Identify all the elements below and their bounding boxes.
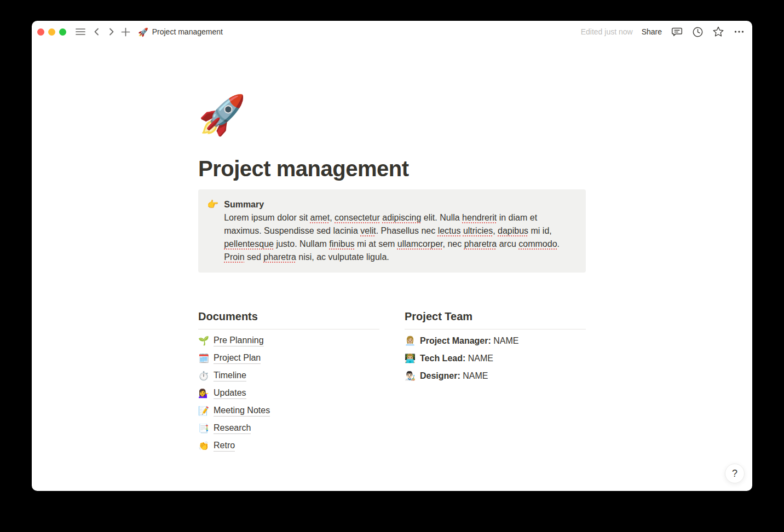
history-button[interactable] xyxy=(691,26,704,38)
breadcrumb[interactable]: 🚀 Project management xyxy=(138,27,223,36)
documents-list: 🌱 Pre Planning 🗓️ Project Plan ⏱️ Timeli… xyxy=(198,332,379,455)
calendar-icon: 🗓️ xyxy=(198,354,209,363)
doc-link-label: Retro xyxy=(214,441,235,452)
team-member-name: NAME xyxy=(468,354,493,363)
team-member-tech-lead: 👨🏼‍💻 Tech Lead: NAME xyxy=(405,350,586,367)
doc-link-timeline[interactable]: ⏱️ Timeline xyxy=(198,367,379,385)
star-icon xyxy=(712,26,724,38)
team-list: 👩🏼‍💼 Project Manager: NAME 👨🏼‍💻 Tech Lea… xyxy=(405,332,586,385)
bookmark-tabs-icon: 📑 xyxy=(198,424,209,433)
team-role-label: Designer: xyxy=(420,371,460,380)
zoom-button[interactable] xyxy=(59,28,66,36)
doc-link-research[interactable]: 📑 Research xyxy=(198,420,379,437)
edited-status: Edited just now xyxy=(581,27,633,36)
chevron-left-icon xyxy=(93,27,101,36)
pointing-hand-icon: 👉 xyxy=(207,198,218,211)
page-title: Project management xyxy=(198,155,586,182)
favorite-button[interactable] xyxy=(712,26,724,38)
team-divider xyxy=(405,329,586,329)
minimize-button[interactable] xyxy=(48,28,55,36)
doc-link-pre-planning[interactable]: 🌱 Pre Planning xyxy=(198,332,379,350)
traffic-lights xyxy=(37,28,66,36)
comment-icon xyxy=(671,26,683,38)
doc-link-label: Updates xyxy=(214,388,246,399)
share-button[interactable]: Share xyxy=(642,27,662,36)
callout-text: Lorem ipsum dolor sit amet, consectetur … xyxy=(224,211,569,264)
doc-link-project-plan[interactable]: 🗓️ Project Plan xyxy=(198,350,379,367)
clock-icon xyxy=(692,26,704,38)
man-artist-icon: 👨🏻‍🎨 xyxy=(405,372,416,380)
team-role-label: Tech Lead: xyxy=(420,354,465,363)
forward-button[interactable] xyxy=(105,26,117,38)
hamburger-icon xyxy=(76,28,85,36)
nav-buttons xyxy=(91,26,131,38)
team-column: Project Team 👩🏼‍💼 Project Manager: NAME … xyxy=(405,309,586,455)
chevron-right-icon xyxy=(107,27,116,36)
team-heading: Project Team xyxy=(405,309,586,324)
doc-link-label: Project Plan xyxy=(214,353,261,364)
titlebar: 🚀 Project management Edited just now Sha… xyxy=(32,21,752,43)
doc-link-label: Timeline xyxy=(214,371,246,381)
doc-link-retro[interactable]: 👏 Retro xyxy=(198,437,379,455)
doc-link-label: Meeting Notes xyxy=(214,406,270,417)
team-member-name: NAME xyxy=(463,371,488,380)
page: 🚀 Project management 👉 Summary Lorem ips… xyxy=(198,43,586,455)
doc-rocket-icon: 🚀 xyxy=(138,28,148,36)
clapping-hands-icon: 👏 xyxy=(198,442,209,450)
callout-title: Summary xyxy=(224,198,569,211)
callout-body: Summary Lorem ipsum dolor sit amet, cons… xyxy=(224,198,569,264)
two-column-layout: Documents 🌱 Pre Planning 🗓️ Project Plan xyxy=(198,309,586,455)
close-button[interactable] xyxy=(37,28,44,36)
team-member-designer: 👨🏻‍🎨 Designer: NAME xyxy=(405,367,586,385)
seedling-icon: 🌱 xyxy=(198,337,209,345)
team-role-label: Project Manager: xyxy=(420,336,491,345)
documents-heading: Documents xyxy=(198,309,379,324)
person-tipping-hand-icon: 💁‍♀️ xyxy=(198,389,209,398)
comments-button[interactable] xyxy=(671,26,683,38)
doc-link-label: Research xyxy=(214,423,251,434)
documents-divider xyxy=(198,329,379,329)
sidebar-toggle-button[interactable] xyxy=(74,26,87,38)
doc-link-updates[interactable]: 💁‍♀️ Updates xyxy=(198,385,379,402)
team-member-name: NAME xyxy=(493,336,518,345)
more-button[interactable] xyxy=(733,26,745,38)
man-technologist-icon: 👨🏼‍💻 xyxy=(405,354,416,363)
doc-link-meeting-notes[interactable]: 📝 Meeting Notes xyxy=(198,402,379,420)
page-rocket-icon[interactable]: 🚀 xyxy=(198,93,242,137)
doc-link-label: Pre Planning xyxy=(214,336,264,346)
ellipsis-icon xyxy=(734,26,745,37)
app-window: 🚀 Project management Edited just now Sha… xyxy=(32,21,752,491)
memo-icon: 📝 xyxy=(198,407,209,415)
back-button[interactable] xyxy=(91,26,103,38)
stopwatch-icon: ⏱️ xyxy=(198,372,209,380)
team-member-project-manager: 👩🏼‍💼 Project Manager: NAME xyxy=(405,332,586,350)
documents-column: Documents 🌱 Pre Planning 🗓️ Project Plan xyxy=(198,309,379,455)
titlebar-right: Edited just now Share xyxy=(581,26,745,38)
question-mark-icon: ? xyxy=(732,468,737,479)
doc-title: Project management xyxy=(152,27,223,36)
help-button[interactable]: ? xyxy=(725,464,745,483)
page-scroll-area: 🚀 Project management 👉 Summary Lorem ips… xyxy=(32,43,752,491)
woman-office-worker-icon: 👩🏼‍💼 xyxy=(405,337,416,345)
summary-callout: 👉 Summary Lorem ipsum dolor sit amet, co… xyxy=(198,189,586,273)
new-page-button[interactable] xyxy=(119,26,131,38)
plus-icon xyxy=(121,27,130,37)
